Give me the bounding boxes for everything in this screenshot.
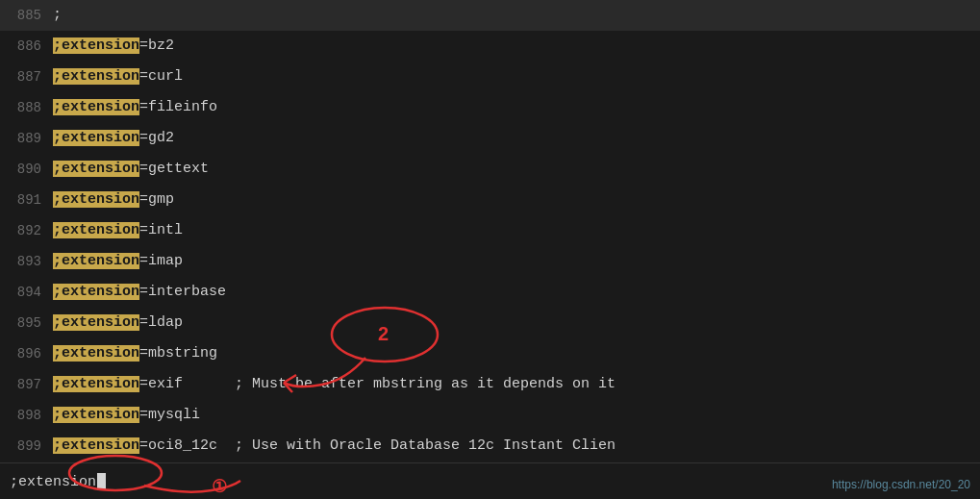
keyword-extension-899: ;extension <box>53 437 139 454</box>
code-line-887: 887 ;extension=curl <box>0 62 980 92</box>
line-content-887: ;extension=curl <box>53 62 980 92</box>
keyword-extension-889: ;extension <box>53 130 139 146</box>
line-content-897: ;extension=exif ; Must be after mbstring… <box>53 369 980 400</box>
line-content-891: ;extension=gmp <box>53 185 980 215</box>
bottom-input-value: ;extension <box>10 473 96 489</box>
line-content-899: ;extension=oci8_12c ; Use with Oracle Da… <box>53 431 980 462</box>
code-line-888: 888 ;extension=fileinfo <box>0 92 980 123</box>
code-line-894: 894 ;extension=interbase <box>0 277 980 308</box>
line-number-894: 894 <box>0 277 53 308</box>
line-content-895: ;extension=ldap <box>53 308 980 338</box>
keyword-extension-896: ;extension <box>53 345 139 362</box>
code-line-898: 898 ;extension=mysqli <box>0 400 980 431</box>
bottom-bar: ;extension https://blog.csdn.net/20_20 <box>0 462 980 499</box>
code-lines: 885 ; 886 ;extension=bz2 887 ;extension=… <box>0 0 980 462</box>
line-number-890: 890 <box>0 154 53 185</box>
line-content-893: ;extension=imap <box>53 246 980 277</box>
line-content-896: ;extension=mbstring <box>53 338 980 369</box>
line-number-896: 896 <box>0 338 53 369</box>
code-line-897: 897 ;extension=exif ; Must be after mbst… <box>0 369 980 400</box>
line-number-898: 898 <box>0 400 53 431</box>
code-line-893: 893 ;extension=imap <box>0 246 980 277</box>
bottom-input-text[interactable]: ;extension <box>10 473 106 490</box>
url-display: https://blog.csdn.net/20_20 <box>832 478 970 491</box>
text-cursor <box>97 473 106 490</box>
code-editor: 885 ; 886 ;extension=bz2 887 ;extension=… <box>0 0 980 499</box>
code-line-889: 889 ;extension=gd2 <box>0 123 980 154</box>
line-number-899: 899 <box>0 431 53 462</box>
line-number-886: 886 <box>0 31 53 62</box>
keyword-extension-887: ;extension <box>53 68 139 85</box>
line-number-891: 891 <box>0 185 53 215</box>
keyword-extension-888: ;extension <box>53 99 139 115</box>
line-content-885: ; <box>53 0 980 31</box>
code-line-886: 886 ;extension=bz2 <box>0 31 980 62</box>
line-content-886: ;extension=bz2 <box>53 31 980 62</box>
line-number-887: 887 <box>0 62 53 92</box>
line-content-894: ;extension=interbase <box>53 277 980 308</box>
line-content-898: ;extension=mysqli <box>53 400 980 431</box>
keyword-extension-895: ;extension <box>53 314 139 331</box>
line-number-889: 889 <box>0 123 53 154</box>
code-line-885: 885 ; <box>0 0 980 31</box>
line-number-893: 893 <box>0 246 53 277</box>
line-number-892: 892 <box>0 215 53 246</box>
keyword-extension-897: ;extension <box>53 376 139 392</box>
code-line-891: 891 ;extension=gmp <box>0 185 980 215</box>
keyword-extension-898: ;extension <box>53 407 139 423</box>
line-content-890: ;extension=gettext <box>53 154 980 185</box>
keyword-extension-890: ;extension <box>53 161 139 177</box>
code-line-892: 892 ;extension=intl <box>0 215 980 246</box>
code-line-890: 890 ;extension=gettext <box>0 154 980 185</box>
line-content-889: ;extension=gd2 <box>53 123 980 154</box>
line-content-892: ;extension=intl <box>53 215 980 246</box>
code-line-895: 895 ;extension=ldap <box>0 308 980 338</box>
keyword-extension-892: ;extension <box>53 222 139 238</box>
line-number-885: 885 <box>0 0 53 31</box>
line-number-895: 895 <box>0 308 53 338</box>
line-content-888: ;extension=fileinfo <box>53 92 980 123</box>
code-line-899: 899 ;extension=oci8_12c ; Use with Oracl… <box>0 431 980 462</box>
line-number-897: 897 <box>0 369 53 400</box>
keyword-extension-886: ;extension <box>53 37 139 54</box>
keyword-extension-894: ;extension <box>53 284 139 300</box>
keyword-extension-893: ;extension <box>53 253 139 269</box>
code-line-896: 896 ;extension=mbstring <box>0 338 980 369</box>
keyword-extension-891: ;extension <box>53 191 139 208</box>
line-number-888: 888 <box>0 92 53 123</box>
